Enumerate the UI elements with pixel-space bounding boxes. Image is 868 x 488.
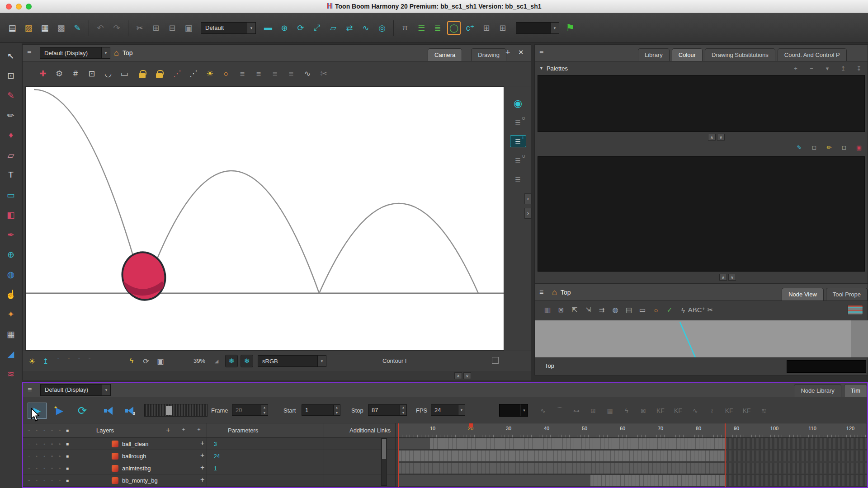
save-all-icon[interactable]: ▩ (54, 21, 68, 35)
dropper-tool-icon[interactable]: ✒ (5, 228, 17, 241)
spin-down-icon[interactable]: ▼ (400, 410, 406, 415)
pivot-icon[interactable]: ◎ (375, 21, 389, 35)
new-swatch-icon[interactable]: □ (810, 143, 818, 151)
safe-area-icon[interactable]: ◡ (101, 67, 115, 80)
onion-layer-icon[interactable]: ≡O (510, 116, 526, 128)
brush-tool-icon[interactable]: ✎ (5, 89, 17, 102)
show-hide-toggle[interactable]: ◦ (33, 477, 40, 484)
display-node-icon[interactable]: ▤ (623, 305, 634, 315)
rename-node-icon[interactable]: ABC⁺ (691, 305, 702, 315)
thumbnail-toggle[interactable]: ▫ (57, 453, 63, 460)
cutter-icon[interactable]: ✂ (317, 67, 330, 80)
tab-node-library[interactable]: Node Library (794, 384, 841, 397)
outline-toggle[interactable]: ■ (64, 477, 71, 484)
onion-cells-icon[interactable]: ≋ (760, 406, 768, 416)
sound-button[interactable] (100, 403, 119, 419)
world-view-icon[interactable]: ◍ (610, 305, 621, 315)
table-row[interactable]: ··◦◦▫▫■ ball_clean + 3 (23, 438, 867, 450)
track-beyond-stop[interactable] (725, 475, 867, 486)
exit-group-icon[interactable]: ⇲ (583, 305, 594, 315)
onion-range-icon[interactable]: ≡ (284, 67, 298, 80)
current-layer-icon[interactable]: ≡L (510, 135, 526, 147)
grid-icon[interactable]: # (69, 67, 82, 80)
thumbnail-toggle[interactable]: ▫ (57, 427, 63, 434)
start-frame-marker[interactable] (398, 423, 399, 487)
remove-palette-icon[interactable]: − (807, 64, 816, 72)
onion-skin-plus-icon[interactable]: ≡ (252, 67, 265, 80)
composite-node-icon[interactable]: ☰ (415, 21, 428, 35)
start-spinner[interactable]: ▲▼ (333, 405, 340, 415)
save-icon[interactable]: ▦ (38, 21, 52, 35)
morph-tool-icon[interactable]: ◢ (5, 347, 17, 360)
flash-node-icon[interactable]: ϟ (678, 305, 689, 315)
translate-icon[interactable]: ⊕ (278, 21, 291, 35)
resize-handle-icon[interactable]: ◢ (211, 355, 222, 367)
close-window-button[interactable] (6, 4, 12, 9)
enter-group-icon[interactable]: ⇱ (569, 305, 580, 315)
link-cells-icon[interactable]: ⊶ (573, 406, 580, 416)
solo-toggle[interactable]: ◦ (41, 427, 47, 434)
add-view-button[interactable]: + (505, 48, 510, 57)
panel-menu-icon[interactable]: ≡ (28, 386, 37, 394)
collapse-up-button[interactable]: ∧ (708, 134, 716, 141)
lock-toggle[interactable]: ▫ (49, 441, 55, 447)
zoom-window-button[interactable] (26, 4, 32, 9)
onion-skin-icon[interactable]: ≡ (236, 67, 249, 80)
move-palette-up-icon[interactable]: ↥ (839, 64, 847, 72)
collapse-down-button[interactable]: ∨ (463, 372, 471, 379)
show-hide-toggle[interactable]: ◦ (33, 441, 40, 447)
view-option-icon[interactable]: ▫ (55, 355, 61, 362)
snapshot-icon[interactable]: ▣ (155, 355, 166, 367)
table-row[interactable]: ··◦◦▫▫■ bb_monty_bg + (23, 474, 867, 487)
layer-name[interactable]: ball_clean (122, 441, 149, 447)
panel-menu-icon[interactable]: ≡ (539, 49, 548, 57)
track-exposure-segment[interactable] (430, 438, 725, 449)
show-hide-toggle[interactable]: ◦ (33, 465, 40, 472)
splitter-right-button[interactable]: › (524, 208, 532, 219)
undo-icon[interactable]: ↶ (94, 21, 107, 35)
background-layer-icon[interactable]: ≡ (510, 173, 526, 185)
spin-up-icon[interactable]: ▲ (261, 405, 268, 410)
layers-scrollbar[interactable] (381, 438, 387, 486)
new-colour-pen-icon[interactable]: ✎ (795, 143, 803, 151)
track-beyond-stop[interactable] (725, 463, 867, 474)
stamp-tool-icon[interactable]: ♦ (5, 129, 17, 141)
solo-toggle[interactable]: ◦ (41, 465, 47, 472)
fps-combobox[interactable]: 24 ▼ (431, 404, 465, 416)
spin-up-icon[interactable]: ▲ (400, 405, 406, 410)
status-checkbox[interactable] (492, 357, 499, 364)
tab-colour[interactable]: Colour (672, 48, 703, 61)
valid-node-icon[interactable]: ✓ (664, 305, 675, 315)
triangle-down-icon[interactable]: ▼ (539, 66, 543, 70)
colour-card-icon[interactable]: c⁺ (463, 21, 477, 35)
tab-timeline[interactable]: Tim (844, 384, 867, 397)
track-beyond-stop[interactable] (725, 450, 867, 461)
collapse-up-button[interactable]: ∧ (719, 274, 727, 281)
eraser-tool-icon[interactable]: ▱ (5, 149, 17, 161)
rotate-icon[interactable]: ⟳ (294, 21, 307, 35)
thumbnail-toggle[interactable]: ▫ (57, 465, 63, 472)
pencil-tool-icon[interactable]: ✏ (5, 109, 17, 122)
node-minimap[interactable] (848, 305, 863, 315)
palette-list[interactable] (538, 75, 865, 132)
scrollbar-thumb[interactable] (382, 439, 386, 459)
hand-tool-icon[interactable]: ☝ (5, 288, 17, 300)
data-view-toggle[interactable]: ·· (26, 477, 32, 484)
node-search-box[interactable] (787, 360, 866, 373)
stop-frame-marker[interactable] (725, 423, 726, 487)
home-icon[interactable]: ⌂ (552, 288, 557, 297)
cut-icon[interactable]: ✂ (133, 21, 146, 35)
show-hide-toggle[interactable]: ◦ (33, 427, 40, 434)
kf-copy-icon[interactable]: KF (725, 406, 733, 416)
tab-drawing-substitutions[interactable]: Drawing Substitutions (705, 48, 775, 61)
onion-prev-icon[interactable]: ⋰ (170, 67, 184, 80)
contour-editor-tool-icon[interactable]: ⊕ (5, 248, 17, 261)
text-tool-icon[interactable]: T (5, 169, 17, 181)
swatch-alt-icon[interactable]: □ (840, 143, 848, 151)
panel-menu-icon[interactable]: ≡ (27, 49, 36, 57)
palette-folder-icon[interactable]: ▾ (823, 64, 831, 72)
home-icon[interactable]: ⌂ (114, 48, 119, 58)
sound-scrubbing-button[interactable]: S (121, 403, 140, 419)
lock-icon[interactable] (139, 73, 146, 78)
minimize-window-button[interactable] (16, 4, 22, 9)
